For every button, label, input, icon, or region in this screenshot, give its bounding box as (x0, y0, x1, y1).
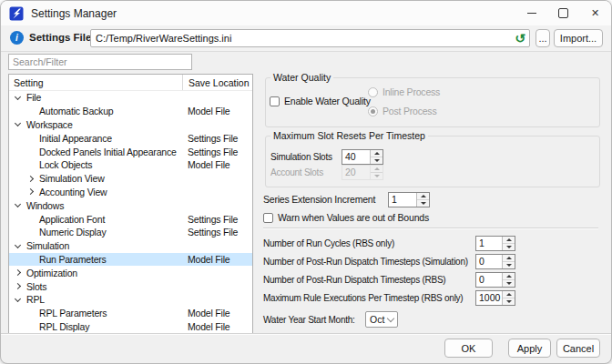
tree-row-run-parameters[interactable]: Run ParametersModel File (9, 253, 252, 267)
tree-row-rpl-display[interactable]: RPL DisplayModel File (9, 320, 252, 334)
spinner-buttons[interactable] (502, 273, 515, 287)
cancel-button[interactable]: Cancel (556, 339, 600, 358)
minimize-icon[interactable] (515, 1, 547, 25)
simulation-slots-spinbox[interactable]: 40 (342, 149, 383, 165)
tree-row-accounting-view[interactable]: Accounting View (9, 186, 252, 199)
water-year-value: Oct (370, 314, 384, 325)
spinner-up-icon[interactable] (503, 237, 515, 244)
tree-row-rpl[interactable]: RPL (9, 293, 252, 307)
number-of-post-run-dispatch-timesteps-simulation-spinbox[interactable]: 0 (475, 254, 515, 269)
column-header-save-location[interactable]: Save Location (182, 75, 252, 90)
spinner-down-icon (371, 173, 382, 179)
warn-out-of-bounds-checkbox[interactable] (263, 213, 273, 223)
tree-item-label: Simulation View (39, 173, 105, 184)
tree-row-file[interactable]: File (9, 91, 252, 105)
warn-out-of-bounds-label: Warn when Values are out of Bounds (278, 213, 429, 223)
tree-row-numeric-display[interactable]: Numeric DisplaySettings File (9, 226, 252, 239)
tree-row-setting-cell: Windows (9, 200, 182, 211)
spinner-buttons[interactable] (502, 291, 515, 305)
spinner-down-icon[interactable] (371, 157, 382, 164)
chevron-right-icon[interactable] (26, 189, 36, 194)
tree-row-setting-cell: File (9, 92, 182, 103)
tree-row-save-location-cell: Model File (182, 159, 252, 170)
tree-item-label: Optimization (26, 268, 77, 278)
tree-row-simulation[interactable]: Simulation (9, 239, 252, 253)
spinner-buttons[interactable] (416, 193, 429, 207)
series-extension-label: Series Extension Increment (263, 192, 375, 207)
settings-tree-body: FileAutomatic BackupModel FileWorkspaceI… (9, 91, 252, 333)
tree-row-setting-cell: Workspace (9, 119, 182, 130)
tree-row-save-location-cell: Model File (182, 308, 252, 318)
chevron-right-icon[interactable] (13, 270, 23, 275)
maximum-rule-executions-per-timestep-rbs-only-spinbox-value[interactable]: 1000 (476, 291, 502, 305)
series-extension-spinbox-value[interactable]: 1 (389, 193, 416, 207)
spinner-up-icon[interactable] (371, 150, 382, 157)
tree-row-automatic-backup[interactable]: Automatic BackupModel File (9, 105, 252, 118)
tree-row-application-font[interactable]: Application FontSettings File (9, 212, 252, 226)
import-button[interactable]: Import... (554, 29, 603, 47)
chevron-down-icon[interactable] (13, 96, 23, 99)
tree-row-slots[interactable]: Slots (9, 279, 252, 293)
spinner-buttons[interactable] (502, 255, 515, 268)
settings-file-input[interactable] (90, 29, 530, 47)
settings-tree: Setting Save Location FileAutomatic Back… (8, 74, 253, 335)
maximum-rule-executions-per-timestep-rbs-only-spinbox[interactable]: 1000 (475, 290, 515, 306)
chevron-right-icon[interactable] (13, 284, 23, 288)
simulation-slots-label: Simulation Slots (270, 149, 332, 165)
enable-water-quality-checkbox[interactable] (270, 96, 280, 106)
number-of-run-cycles-rbs-only-spinbox-value[interactable]: 1 (476, 237, 502, 250)
tree-row-simulation-view[interactable]: Simulation View (9, 172, 252, 186)
number-of-run-cycles-rbs-only-spinbox[interactable]: 1 (475, 236, 515, 251)
maximum-rule-executions-per-timestep-rbs-only-label: Maximum Rule Executions Per Timestep (RB… (263, 290, 463, 306)
tree-row-setting-cell: Optimization (9, 268, 182, 278)
chevron-right-icon[interactable] (26, 177, 36, 181)
tree-header[interactable]: Setting Save Location (9, 75, 252, 91)
chevron-down-icon[interactable] (13, 245, 23, 248)
chevron-down-icon[interactable] (13, 123, 23, 126)
tree-row-lock-objects[interactable]: Lock ObjectsModel File (9, 158, 252, 172)
tree-row-optimization[interactable]: Optimization (9, 266, 252, 279)
column-header-setting[interactable]: Setting (9, 75, 182, 90)
undo-icon[interactable]: ↺ (512, 30, 528, 46)
tree-row-setting-cell: Simulation (9, 240, 182, 251)
water-year-dropdown[interactable]: Oct (365, 311, 398, 328)
spinner-down-icon[interactable] (503, 262, 515, 268)
spinner-down-icon[interactable] (417, 200, 429, 207)
tree-row-initial-appearance[interactable]: Initial AppearanceSettings File (9, 131, 252, 145)
chevron-down-icon (387, 314, 394, 321)
tree-item-label: File (26, 92, 41, 103)
spinner-down-icon[interactable] (503, 298, 515, 305)
tree-row-setting-cell: Application Font (9, 214, 182, 225)
spinner-down-icon[interactable] (503, 244, 515, 250)
browse-button[interactable]: ... (536, 29, 550, 47)
chevron-down-icon[interactable] (13, 204, 23, 207)
spinner-up-icon[interactable] (417, 193, 429, 200)
spinner-up-icon[interactable] (503, 273, 515, 280)
tree-row-docked-panels-initial-appearance[interactable]: Docked Panels Initial AppearanceSettings… (9, 145, 252, 158)
number-of-post-run-dispatch-timesteps-simulation-spinbox-value[interactable]: 0 (476, 255, 502, 268)
apply-button[interactable]: Apply (508, 339, 551, 358)
chevron-down-icon[interactable] (13, 298, 23, 301)
spinner-up-icon (371, 166, 382, 173)
tree-row-windows[interactable]: Windows (9, 198, 252, 212)
search-input[interactable] (8, 54, 192, 70)
account-slots-spinbox: 20 (342, 165, 383, 180)
spinner-buttons[interactable] (502, 237, 515, 250)
tree-row-setting-cell: Simulation View (9, 173, 182, 184)
tree-row-workspace[interactable]: Workspace (9, 118, 252, 132)
simulation-slots-spinbox-value[interactable]: 40 (342, 150, 370, 164)
number-of-post-run-dispatch-timesteps-rbs-spinbox[interactable]: 0 (475, 272, 515, 288)
tree-row-rpl-parameters[interactable]: RPL ParametersModel File (9, 307, 252, 320)
ok-button[interactable]: OK (444, 339, 493, 358)
spinner-up-icon[interactable] (503, 291, 515, 298)
spinner-buttons[interactable] (370, 150, 382, 164)
spinner-up-icon[interactable] (503, 255, 515, 262)
close-icon[interactable]: ✕ (579, 1, 611, 25)
series-extension-spinbox[interactable]: 1 (388, 192, 430, 207)
tree-item-label: RPL (26, 294, 45, 305)
maximize-icon[interactable] (547, 1, 579, 25)
settings-manager-window: Settings Manager ✕ i Settings File: ↺ ..… (0, 0, 612, 364)
number-of-post-run-dispatch-timesteps-rbs-spinbox-value[interactable]: 0 (476, 273, 502, 287)
tree-row-save-location-cell: Model File (182, 321, 252, 332)
spinner-down-icon[interactable] (503, 280, 515, 287)
